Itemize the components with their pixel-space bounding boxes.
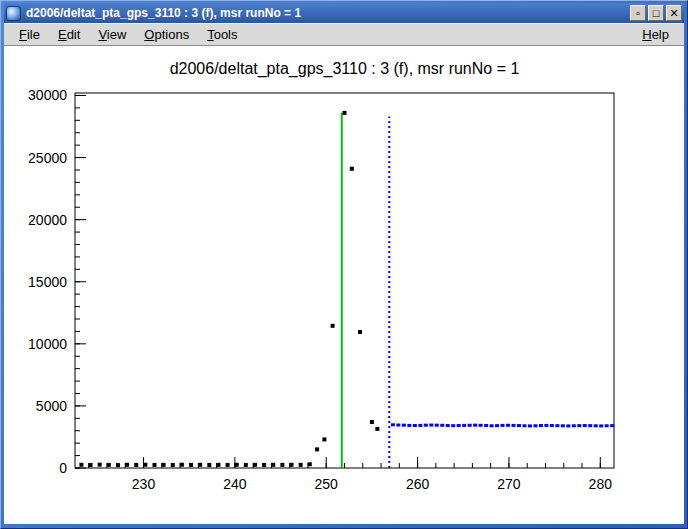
svg-text:30000: 30000 (28, 87, 67, 103)
svg-text:15000: 15000 (28, 274, 67, 290)
histogram-plot[interactable]: d2006/deltat_pta_gps_3110 : 3 (f), msr r… (4, 46, 684, 524)
minimize-icon: ▫ (636, 8, 640, 19)
root-logo-icon (6, 6, 21, 21)
theory-fit-points (391, 423, 614, 427)
canvas-area: d2006/deltat_pta_gps_3110 : 3 (f), msr r… (4, 46, 684, 524)
x-axis-labels: 230240250260270280 (132, 476, 612, 492)
window-titlebar[interactable]: d2006/deltat_pta_gps_3110 : 3 (f), msr r… (4, 3, 684, 23)
menu-item-view[interactable]: View (89, 25, 135, 44)
menu-item-help[interactable]: Help (633, 25, 678, 44)
svg-text:10000: 10000 (28, 336, 67, 352)
svg-text:270: 270 (497, 476, 521, 492)
y-axis-labels: 050001000015000200002500030000 (28, 87, 67, 476)
svg-text:0: 0 (59, 460, 67, 476)
histogram-data-points (79, 111, 379, 467)
y-axis (75, 95, 86, 468)
maximize-icon: □ (653, 8, 660, 19)
plot-title: d2006/deltat_pta_gps_3110 : 3 (f), msr r… (170, 60, 520, 78)
minimize-button[interactable]: ▫ (630, 5, 646, 21)
window-title: d2006/deltat_pta_gps_3110 : 3 (f), msr r… (26, 6, 630, 20)
svg-text:280: 280 (589, 476, 613, 492)
close-icon: ✕ (669, 8, 678, 19)
svg-text:240: 240 (223, 476, 247, 492)
menu-item-options[interactable]: Options (135, 25, 198, 44)
svg-text:230: 230 (132, 476, 156, 492)
svg-text:250: 250 (315, 476, 339, 492)
menu-item-tools[interactable]: Tools (198, 25, 246, 44)
svg-text:260: 260 (406, 476, 430, 492)
plot-frame (75, 93, 614, 468)
menu-item-file[interactable]: File (10, 25, 49, 44)
menu-item-edit[interactable]: Edit (49, 25, 89, 44)
root-canvas-window: d2006/deltat_pta_gps_3110 : 3 (f), msr r… (0, 0, 688, 529)
maximize-button[interactable]: □ (648, 5, 664, 21)
svg-text:20000: 20000 (28, 212, 67, 228)
svg-text:5000: 5000 (36, 398, 67, 414)
close-button[interactable]: ✕ (666, 5, 682, 21)
menu-bar: File Edit View Options Tools Help (4, 23, 684, 46)
svg-text:25000: 25000 (28, 150, 67, 166)
window-controls: ▫ □ ✕ (630, 5, 682, 21)
